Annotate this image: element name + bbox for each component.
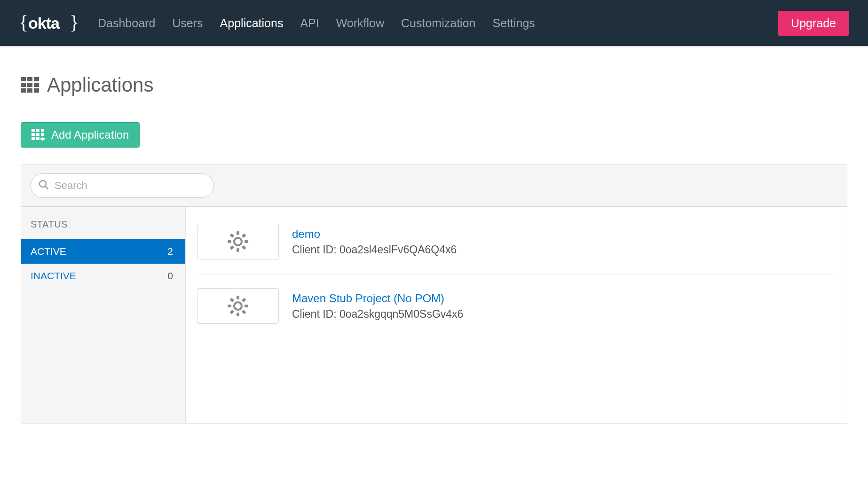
add-application-button[interactable]: Add Application: [21, 122, 140, 148]
svg-rect-19: [36, 137, 39, 140]
app-row: Maven Stub Project (No POM) Client ID: 0…: [197, 282, 836, 330]
svg-rect-32: [237, 296, 239, 299]
svg-rect-12: [32, 129, 35, 132]
svg-rect-35: [245, 305, 248, 307]
svg-rect-18: [32, 137, 35, 140]
svg-rect-28: [242, 233, 246, 238]
client-id-value: 0oa2sl4eslFv6QA6Q4x6: [339, 243, 457, 256]
search-input[interactable]: [31, 173, 214, 198]
svg-rect-25: [237, 248, 239, 252]
app-icon-box[interactable]: [197, 288, 279, 324]
apps-panel: STATUS ACTIVE 2 INACTIVE 0: [21, 165, 847, 424]
svg-rect-38: [229, 298, 234, 302]
add-application-label: Add Application: [51, 128, 129, 141]
status-filter-count: 0: [167, 270, 173, 282]
app-name-link[interactable]: Maven Stub Project (No POM): [292, 292, 444, 305]
svg-rect-34: [228, 305, 231, 307]
svg-rect-26: [228, 240, 231, 243]
nav-api[interactable]: API: [300, 16, 319, 30]
app-info: demo Client ID: 0oa2sl4eslFv6QA6Q4x6: [292, 227, 457, 256]
status-sidebar: STATUS ACTIVE 2 INACTIVE 0: [21, 207, 186, 423]
svg-text:}: }: [70, 11, 79, 33]
svg-rect-3: [21, 77, 26, 81]
svg-rect-16: [36, 133, 39, 136]
client-id-label: Client ID:: [292, 243, 339, 256]
nav-settings[interactable]: Settings: [492, 16, 535, 30]
svg-rect-9: [21, 88, 26, 93]
gear-icon: [227, 295, 249, 317]
svg-rect-30: [229, 233, 234, 238]
svg-rect-8: [34, 83, 39, 87]
svg-rect-17: [41, 133, 44, 136]
nav-workflow[interactable]: Workflow: [336, 16, 384, 30]
svg-rect-11: [34, 88, 39, 93]
app-name-link[interactable]: demo: [292, 227, 320, 241]
svg-rect-29: [229, 245, 234, 250]
app-icon-box[interactable]: [197, 224, 279, 259]
search-bar: [21, 165, 847, 207]
svg-rect-6: [21, 83, 26, 87]
top-nav: { okta } Dashboard Users Applications AP…: [0, 0, 868, 46]
svg-rect-14: [41, 129, 44, 132]
nav-users[interactable]: Users: [172, 16, 203, 30]
nav-applications[interactable]: Applications: [220, 16, 284, 30]
status-filter-inactive[interactable]: INACTIVE 0: [21, 264, 185, 288]
nav-items: Dashboard Users Applications API Workflo…: [98, 16, 778, 30]
status-filter-count: 2: [167, 246, 173, 257]
app-client-id: Client ID: 0oa2sl4eslFv6QA6Q4x6: [292, 243, 457, 256]
upgrade-button[interactable]: Upgrade: [778, 11, 849, 36]
svg-text:{: {: [19, 11, 28, 33]
svg-rect-7: [27, 83, 32, 87]
svg-rect-39: [242, 310, 246, 314]
okta-logo-icon: { okta }: [19, 9, 79, 37]
status-filter-label: ACTIVE: [31, 246, 66, 257]
svg-rect-36: [242, 298, 246, 302]
svg-rect-13: [36, 129, 39, 132]
sidebar-heading: STATUS: [21, 207, 185, 239]
svg-rect-5: [34, 77, 39, 81]
gear-icon: [227, 230, 249, 253]
app-list: demo Client ID: 0oa2sl4eslFv6QA6Q4x6: [186, 207, 847, 423]
search-wrap: [31, 173, 214, 198]
apps-grid-icon: [21, 77, 39, 93]
status-filter-label: INACTIVE: [31, 270, 76, 282]
svg-rect-27: [245, 240, 248, 243]
page-title: Applications: [47, 74, 153, 96]
status-filter-active[interactable]: ACTIVE 2: [21, 239, 185, 264]
app-row: demo Client ID: 0oa2sl4eslFv6QA6Q4x6: [197, 217, 836, 275]
page-content: Applications Add Application: [0, 48, 868, 424]
add-apps-icon: [32, 129, 45, 141]
svg-rect-21: [40, 138, 45, 140]
app-client-id: Client ID: 0oa2skgqqn5M0SsGv4x6: [292, 308, 463, 321]
svg-rect-24: [237, 231, 239, 235]
nav-dashboard[interactable]: Dashboard: [98, 16, 155, 30]
svg-rect-15: [32, 133, 35, 136]
page-title-row: Applications: [21, 74, 847, 96]
app-info: Maven Stub Project (No POM) Client ID: 0…: [292, 292, 463, 321]
panel-body: STATUS ACTIVE 2 INACTIVE 0: [21, 207, 847, 423]
client-id-value: 0oa2skgqqn5M0SsGv4x6: [339, 308, 463, 320]
svg-rect-10: [27, 88, 32, 93]
svg-rect-33: [237, 313, 239, 316]
logo[interactable]: { okta }: [19, 9, 79, 37]
svg-rect-37: [229, 310, 234, 314]
svg-rect-31: [242, 245, 246, 250]
client-id-label: Client ID:: [292, 308, 339, 320]
svg-text:okta: okta: [28, 14, 60, 32]
nav-customization[interactable]: Customization: [401, 16, 475, 30]
svg-rect-4: [27, 77, 32, 81]
